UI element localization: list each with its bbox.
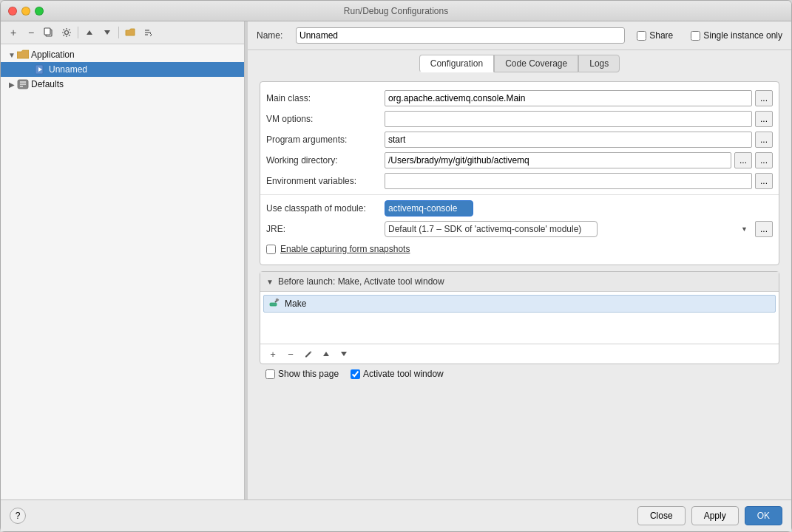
close-button[interactable]: Close (637, 506, 686, 525)
working-dir-browse2-button[interactable]: ... (755, 152, 773, 168)
show-this-page-text: Show this page (278, 369, 339, 379)
show-this-page-checkbox[interactable] (265, 369, 275, 379)
main-window: Run/Debug Configurations + − (0, 0, 792, 532)
copy-config-button[interactable] (41, 24, 57, 41)
activate-tool-window-label[interactable]: Activate tool window (351, 369, 444, 379)
copy-icon (44, 27, 54, 38)
maximize-window-button[interactable] (35, 7, 44, 16)
working-dir-input-wrap: ... ... (385, 152, 773, 168)
name-field-label: Name: (257, 30, 290, 41)
before-launch-edit-button[interactable] (300, 347, 317, 361)
before-launch-up-button[interactable] (318, 347, 334, 361)
working-dir-input[interactable] (385, 152, 731, 168)
program-args-row: Program arguments: ... (260, 129, 779, 150)
bottom-bar: ? Close Apply OK (1, 499, 791, 531)
svg-point-2 (65, 31, 69, 35)
tree-label-unnamed: Unnamed (49, 64, 87, 75)
config-item-icon (35, 64, 47, 75)
vm-options-row: VM options: ... (260, 109, 779, 129)
right-panel: Name: Share Single instance only Configu… (248, 21, 791, 499)
jre-label: JRE: (266, 224, 385, 234)
vm-options-input-wrap: ... (385, 111, 773, 127)
up-arrow-icon (86, 29, 93, 36)
classpath-label: Use classpath of module: (266, 203, 385, 214)
folder-tree-icon (17, 50, 29, 60)
close-window-button[interactable] (8, 7, 17, 16)
jre-browse-button[interactable]: ... (755, 221, 773, 237)
tree-label-defaults: Defaults (31, 79, 64, 89)
env-vars-label: Environment variables: (266, 176, 385, 186)
env-vars-browse-button[interactable]: ... (755, 173, 773, 189)
tree-item-application[interactable]: ▼ Application (1, 47, 244, 62)
traffic-lights (8, 7, 44, 16)
single-instance-checkbox[interactable] (691, 31, 700, 41)
name-row: Name: Share Single instance only (248, 21, 791, 50)
toolbar-separator-2 (118, 27, 119, 38)
config-section-main: Main class: ... VM options: ... (260, 81, 779, 265)
add-config-button[interactable]: + (5, 24, 21, 41)
tab-configuration[interactable]: Configuration (419, 55, 494, 72)
tab-logs[interactable]: Logs (578, 55, 620, 72)
before-launch-list: Make (260, 292, 779, 344)
program-args-input[interactable] (385, 132, 752, 148)
apply-button[interactable]: Apply (691, 506, 739, 525)
main-class-input[interactable] (385, 90, 752, 106)
jre-select-container: Default (1.7 – SDK of 'activemq-console'… (385, 221, 752, 237)
classpath-select-container: activemq-console (385, 200, 773, 216)
sort-button[interactable] (140, 24, 156, 41)
before-launch-arrow-icon: ▼ (266, 278, 274, 286)
minimize-window-button[interactable] (21, 7, 30, 16)
env-vars-row: Environment variables: ... (260, 171, 779, 191)
tree-item-unnamed[interactable]: Unnamed (1, 62, 244, 77)
jre-row: JRE: Default (1.7 – SDK of 'activemq-con… (260, 219, 779, 239)
snapshots-label[interactable]: Enable capturing form snapshots (280, 244, 410, 254)
main-class-browse-button[interactable]: ... (755, 90, 773, 106)
before-launch-header[interactable]: ▼ Before launch: Make, Activate tool win… (260, 272, 779, 292)
help-button[interactable]: ? (10, 508, 26, 524)
snapshots-checkbox[interactable] (266, 245, 276, 254)
program-args-label: Program arguments: (266, 134, 385, 145)
move-down-button[interactable] (99, 24, 115, 41)
before-launch-add-button[interactable]: + (265, 347, 281, 361)
vm-options-browse-button[interactable]: ... (755, 111, 773, 127)
working-dir-browse1-button[interactable]: ... (734, 152, 752, 168)
move-up-button[interactable] (81, 24, 98, 41)
jre-select-wrap: Default (1.7 – SDK of 'activemq-console'… (385, 221, 773, 237)
tree-item-defaults[interactable]: ▶ Defaults (1, 77, 244, 92)
tab-code-coverage[interactable]: Code Coverage (494, 55, 578, 72)
name-input[interactable] (296, 27, 625, 44)
sort-icon (143, 28, 152, 37)
edit-icon (304, 349, 313, 358)
hammer-icon (269, 299, 280, 309)
tree-arrow-application: ▼ (7, 51, 17, 59)
show-this-page-label[interactable]: Show this page (265, 369, 339, 379)
share-checkbox[interactable] (637, 31, 646, 41)
main-class-label: Main class: (266, 93, 385, 103)
up-icon (322, 350, 330, 358)
folder-button[interactable] (122, 24, 138, 41)
vm-options-label: VM options: (266, 114, 385, 124)
before-launch-remove-button[interactable]: − (282, 347, 299, 361)
before-launch-section: ▼ Before launch: Make, Activate tool win… (260, 271, 779, 364)
main-class-input-wrap: ... (385, 90, 773, 106)
activate-tool-window-text: Activate tool window (363, 369, 444, 379)
tree-arrow-defaults: ▶ (7, 81, 17, 89)
jre-select[interactable]: Default (1.7 – SDK of 'activemq-console'… (385, 221, 598, 237)
remove-config-button[interactable]: − (23, 24, 39, 41)
program-args-input-wrap: ... (385, 132, 773, 148)
titlebar: Run/Debug Configurations (1, 1, 791, 21)
vm-options-input[interactable] (385, 111, 752, 127)
tree-label-application: Application (31, 50, 75, 60)
classpath-select[interactable]: activemq-console (385, 200, 473, 216)
ok-button[interactable]: OK (745, 506, 782, 525)
run-config-icon (35, 64, 47, 75)
activate-tool-window-checkbox[interactable] (351, 369, 360, 379)
before-launch-item-make[interactable]: Make (263, 295, 776, 313)
before-launch-down-button[interactable] (336, 347, 352, 361)
env-vars-input[interactable] (385, 173, 752, 189)
share-area: Share (637, 30, 673, 41)
program-args-browse-button[interactable]: ... (755, 132, 773, 148)
settings-config-button[interactable] (58, 24, 75, 41)
main-content: + − (1, 21, 791, 499)
toolbar-separator (78, 27, 78, 38)
